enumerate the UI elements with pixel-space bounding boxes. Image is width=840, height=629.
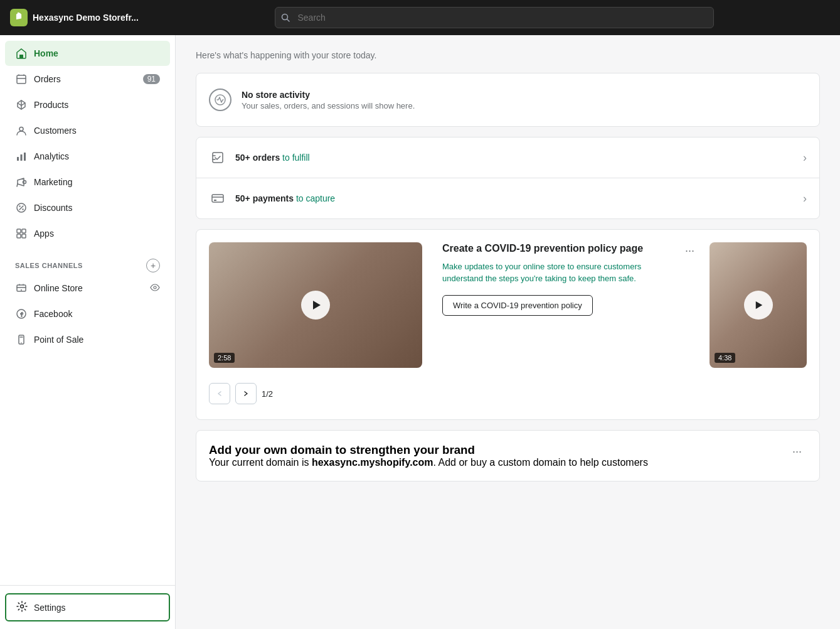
- svg-rect-11: [17, 229, 21, 233]
- analytics-icon: [15, 150, 28, 163]
- domain-card-title: Add your own domain to strengthen your b…: [209, 443, 648, 457]
- orders-icon: [15, 73, 28, 85]
- sidebar-label-facebook: Facebook: [34, 309, 72, 319]
- chevron-right-icon: ›: [803, 151, 807, 164]
- sidebar-item-online-store[interactable]: Online Store: [5, 276, 170, 301]
- customers-icon: [15, 124, 28, 137]
- prev-page-button[interactable]: [209, 383, 230, 404]
- video-cta-button[interactable]: Write a COVID-19 prevention policy: [442, 295, 593, 316]
- next-page-button[interactable]: [235, 383, 257, 404]
- svg-rect-13: [17, 234, 21, 238]
- arrow-left-icon: [216, 390, 223, 397]
- play-button-1[interactable]: [301, 291, 330, 320]
- sidebar-item-point-of-sale[interactable]: Point of Sale: [5, 327, 170, 352]
- svg-rect-8: [24, 153, 26, 161]
- arrow-right-icon: [243, 390, 249, 397]
- svg-line-2: [287, 19, 289, 22]
- sidebar-label-analytics: Analytics: [34, 151, 69, 161]
- main-video-card[interactable]: 2:58: [209, 242, 422, 368]
- orders-badge: 91: [143, 74, 160, 84]
- home-icon: [15, 47, 28, 60]
- play-icon-2: [755, 300, 763, 310]
- no-activity-title: No store activity: [242, 90, 415, 100]
- sidebar-label-products: Products: [34, 100, 68, 110]
- sidebar-item-customers[interactable]: Customers: [5, 118, 170, 143]
- settings-item[interactable]: Settings: [5, 593, 170, 621]
- search-icon: [281, 13, 290, 22]
- svg-point-5: [19, 127, 23, 131]
- sidebar-label-orders: Orders: [34, 74, 61, 84]
- svg-rect-24: [212, 195, 223, 202]
- discounts-icon: [15, 202, 28, 214]
- svg-rect-25: [214, 200, 216, 201]
- add-sales-channel-button[interactable]: +: [146, 259, 160, 272]
- search-area: [275, 7, 714, 28]
- sidebar: Home Orders 91: [0, 35, 176, 629]
- shopify-logo-icon: [10, 9, 28, 26]
- payments-icon: [209, 190, 226, 207]
- sidebar-label-discounts: Discounts: [34, 203, 72, 213]
- domain-desc-prefix: Your current domain is: [209, 457, 312, 468]
- video-meta: Create a COVID-19 prevention policy page…: [442, 242, 673, 316]
- orders-fulfill-link: to fulfill: [280, 153, 309, 163]
- video-info-row: Create a COVID-19 prevention policy page…: [442, 242, 699, 316]
- eye-icon: [150, 282, 160, 294]
- topbar: Hexasync Demo Storefr...: [0, 0, 840, 35]
- svg-rect-12: [22, 229, 26, 233]
- sales-channels-header: SALES CHANNELS +: [5, 251, 170, 275]
- sidebar-label-pos: Point of Sale: [34, 335, 83, 345]
- sidebar-item-orders[interactable]: Orders 91: [5, 67, 170, 92]
- no-activity-card: No store activity Your sales, orders, an…: [196, 73, 820, 127]
- action-item-payments-text: 50+ payments to capture: [235, 193, 794, 203]
- svg-rect-3: [19, 55, 23, 58]
- page-indicator: 1/2: [262, 389, 273, 399]
- action-item-payments[interactable]: 50+ payments to capture ›: [196, 178, 819, 218]
- video-section: 2:58 Create a COVID-19 prevention policy…: [196, 230, 819, 419]
- sidebar-item-discounts[interactable]: Discounts: [5, 195, 170, 220]
- no-activity-text: No store activity Your sales, orders, an…: [242, 90, 415, 110]
- search-input[interactable]: [275, 7, 714, 28]
- sidebar-item-analytics[interactable]: Analytics: [5, 144, 170, 169]
- chevron-right-icon-2: ›: [803, 192, 807, 205]
- video-info: Create a COVID-19 prevention policy page…: [432, 242, 699, 368]
- svg-rect-14: [22, 234, 26, 238]
- fulfill-icon: [209, 149, 226, 166]
- no-activity-content: No store activity Your sales, orders, an…: [196, 73, 819, 126]
- play-icon-1: [312, 299, 322, 311]
- video-card: 2:58 Create a COVID-19 prevention policy…: [196, 229, 820, 420]
- sidebar-item-products[interactable]: Products: [5, 92, 170, 117]
- sidebar-label-online-store: Online Store: [34, 283, 83, 293]
- pos-icon: [15, 333, 28, 346]
- payments-capture-link: to capture: [294, 193, 335, 203]
- more-options-button[interactable]: ···: [680, 242, 699, 259]
- svg-point-17: [154, 286, 156, 289]
- video-row: 2:58 Create a COVID-19 prevention policy…: [209, 242, 807, 368]
- online-store-icon: [15, 282, 28, 294]
- domain-card-text: Add your own domain to strengthen your b…: [209, 443, 648, 468]
- sidebar-item-apps[interactable]: Apps: [5, 221, 170, 246]
- orders-fulfill-bold: 50+ orders: [235, 153, 280, 163]
- action-items-card: 50+ orders to fulfill › 50+ payments to …: [196, 137, 820, 219]
- settings-label: Settings: [34, 603, 66, 613]
- domain-desc-suffix: . Add or buy a custom domain to help cus…: [433, 457, 648, 468]
- pagination-row: 1/2: [209, 378, 807, 407]
- sidebar-item-marketing[interactable]: Marketing: [5, 169, 170, 195]
- domain-more-button[interactable]: ···: [787, 443, 807, 460]
- main-layout: Home Orders 91: [0, 35, 840, 629]
- sidebar-item-home[interactable]: Home: [5, 41, 170, 66]
- apps-icon: [15, 227, 28, 240]
- video-description: Make updates to your online store to ens…: [442, 261, 673, 285]
- page-subtitle: Here's what's happening with your store …: [196, 50, 820, 60]
- action-item-orders[interactable]: 50+ orders to fulfill ›: [196, 137, 819, 178]
- payments-capture-bold: 50+ payments: [235, 193, 294, 203]
- sidebar-label-marketing: Marketing: [34, 177, 72, 187]
- play-button-2[interactable]: [744, 291, 773, 320]
- svg-rect-23: [213, 153, 223, 163]
- video-duration-1: 2:58: [214, 353, 235, 363]
- svg-rect-4: [17, 75, 26, 83]
- second-video-card[interactable]: 4:38: [710, 242, 807, 368]
- sidebar-nav: Home Orders 91: [0, 35, 175, 585]
- store-logo-area[interactable]: Hexasync Demo Storefr...: [10, 9, 148, 26]
- facebook-icon: [15, 308, 28, 320]
- sidebar-item-facebook[interactable]: Facebook: [5, 301, 170, 326]
